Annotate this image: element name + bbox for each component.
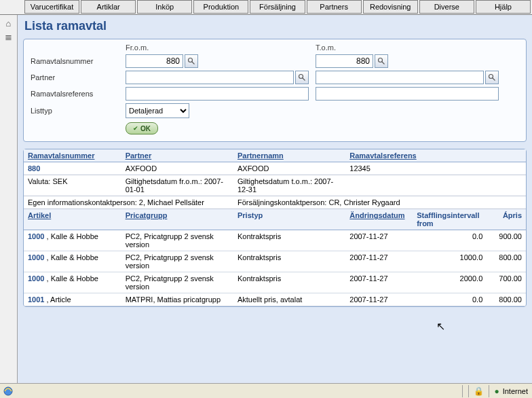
menu-partners[interactable]: Partners	[307, 0, 362, 14]
summary-row-2: Valuta: SEK Giltighetsdatum fr.o.m.: 200…	[24, 175, 526, 196]
lookup-nummer-to[interactable]	[375, 54, 388, 68]
menubar: Varucertifikat Artiklar Inköp Produktion…	[0, 0, 532, 15]
list-icon[interactable]: ≣	[3, 31, 14, 42]
label-ramavtalsreferens: Ramavtalsreferens	[31, 90, 126, 98]
label-from: Fr.o.m.	[126, 43, 316, 52]
menu-diverse[interactable]: Diverse	[419, 0, 474, 14]
home-icon[interactable]: ⌂	[3, 18, 14, 29]
magnifier-icon	[488, 73, 496, 82]
summary-row-3: Egen informationskontaktperson: 2, Micha…	[24, 196, 526, 209]
lock-icon: 🔒	[474, 386, 484, 396]
summary-row-1: 880 AXFOOD AXFOOD 12345	[24, 162, 526, 175]
menu-redovisning[interactable]: Redovisning	[363, 0, 418, 14]
artikel-link[interactable]: 1000	[28, 274, 44, 283]
ie-icon	[2, 386, 14, 397]
table-row: 1000 , Kalle & HobbePC2, Pricatgrupp 2 s…	[24, 230, 526, 251]
label-ramavtalsnummer: Ramavtalsnummer	[31, 57, 126, 65]
label-partner: Partner	[31, 73, 126, 82]
input-referens-from[interactable]	[126, 87, 309, 101]
input-nummer-from[interactable]	[126, 54, 183, 68]
table-row: 1001 , ArticleMATPRI, Mattias pricatgrup…	[24, 293, 526, 306]
svg-point-4	[299, 75, 303, 79]
magnifier-icon	[377, 57, 385, 65]
menu-forsaljning[interactable]: Försäljning	[250, 0, 305, 14]
col-partnernamn[interactable]: Partnernamn	[233, 149, 345, 162]
svg-point-2	[379, 58, 383, 62]
lookup-nummer-from[interactable]	[185, 54, 198, 68]
select-listtyp[interactable]: Detaljerad	[126, 103, 189, 118]
magnifier-icon	[187, 57, 195, 65]
mouse-cursor: ↖	[436, 320, 445, 333]
col-pricatgrupp[interactable]: Pricatgrupp	[121, 209, 233, 230]
input-nummer-to[interactable]	[316, 54, 373, 68]
check-icon: ✔	[133, 125, 138, 132]
ramavtal-link[interactable]: 880	[28, 164, 40, 173]
col-ramavtalsreferens[interactable]: Ramavtalsreferens	[345, 149, 526, 162]
label-listtyp: Listtyp	[31, 107, 126, 115]
svg-line-1	[192, 62, 195, 65]
svg-point-0	[189, 58, 193, 62]
results-panel: Ramavtalsnummer Partner Partnernamn Rama…	[23, 149, 527, 307]
menu-artiklar[interactable]: Artiklar	[81, 0, 136, 14]
menu-inkop[interactable]: Inköp	[137, 0, 192, 14]
svg-line-7	[493, 78, 495, 81]
input-partner-from[interactable]	[126, 71, 294, 84]
col-artikel[interactable]: Artikel	[24, 209, 121, 230]
col-apris: Ápris	[487, 209, 526, 230]
menu-hjalp[interactable]: Hjälp	[476, 0, 531, 14]
input-partner-to[interactable]	[316, 71, 484, 84]
input-referens-to[interactable]	[316, 87, 499, 101]
menu-produktion[interactable]: Produktion	[193, 0, 248, 14]
lookup-partner-from[interactable]	[295, 71, 309, 84]
col-staffling: Stafflingsintervall from	[413, 209, 487, 230]
svg-line-5	[303, 78, 305, 81]
table-row: 1000 , Kalle & HobbePC2, Pricatgrupp 2 s…	[24, 272, 526, 293]
artikel-link[interactable]: 1000	[28, 232, 44, 240]
artikel-link[interactable]: 1001	[28, 295, 44, 304]
statusbar: 🔒 ● Internet	[0, 383, 532, 398]
filter-panel: Fr.o.m. T.o.m. Ramavtalsnummer	[23, 39, 527, 142]
col-andringsdatum[interactable]: Ändringsdatum	[345, 209, 413, 230]
col-partner[interactable]: Partner	[121, 149, 233, 162]
lookup-partner-to[interactable]	[485, 71, 499, 84]
globe-icon: ●	[494, 386, 499, 396]
svg-line-3	[382, 62, 385, 65]
col-pristyp: Pristyp	[233, 209, 345, 230]
menu-varucertifikat[interactable]: Varucertifikat	[24, 0, 79, 14]
svg-point-6	[489, 75, 493, 79]
artikel-link[interactable]: 1000	[28, 253, 44, 261]
ok-button[interactable]: ✔ OK	[126, 122, 158, 134]
page-title: Lista ramavtal	[24, 19, 529, 33]
magnifier-icon	[298, 73, 306, 82]
label-to: T.o.m.	[316, 43, 506, 52]
security-zone: Internet	[501, 387, 532, 395]
col-ramavtalsnummer[interactable]: Ramavtalsnummer	[24, 149, 121, 162]
table-row: 1000 , Kalle & HobbePC2, Pricatgrupp 2 s…	[24, 251, 526, 272]
sidebar: ⌂ ≣	[0, 15, 18, 383]
